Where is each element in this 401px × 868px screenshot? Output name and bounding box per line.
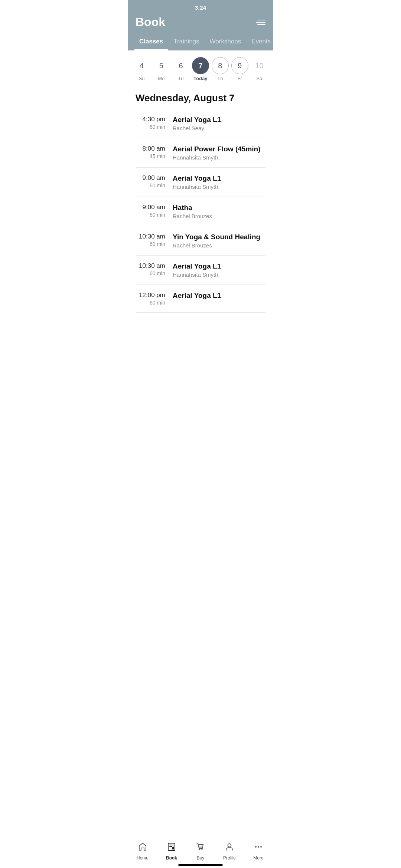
cal-label-8: Th [217, 76, 223, 81]
class-name: Aerial Yoga L1 [173, 174, 265, 183]
bottom-navigation: Home Book Buy [128, 838, 273, 868]
class-name: Aerial Yoga L1 [173, 116, 265, 124]
class-item[interactable]: 9:00 am 60 min Aerial Yoga L1 Hannahsita… [136, 168, 265, 197]
svg-point-3 [202, 849, 203, 850]
cal-label-4: Su [138, 76, 144, 81]
nav-profile-label: Profile [223, 855, 236, 861]
class-item[interactable]: 8:00 am 45 min Aerial Power Flow (45min)… [136, 138, 265, 168]
class-instructor: Rachel Brouzes [173, 213, 265, 219]
class-instructor: Rachel Brouzes [173, 242, 265, 249]
status-time: 3:24 [195, 4, 206, 11]
nav-profile[interactable]: Profile [215, 842, 244, 861]
more-icon [254, 842, 263, 854]
class-item[interactable]: 4:30 pm 60 min Aerial Yoga L1 Rachel Sea… [136, 109, 265, 138]
class-instructor: Hannahsita Smyth [173, 154, 265, 161]
tab-events[interactable]: Events [246, 34, 273, 50]
cal-num-5: 5 [153, 57, 170, 74]
svg-point-6 [258, 846, 259, 848]
date-heading: Wednesday, August 7 [128, 85, 273, 109]
class-item[interactable]: 10:30 am 60 min Aerial Yoga L1 Hannahsit… [136, 256, 265, 285]
svg-rect-0 [168, 843, 175, 851]
class-item[interactable]: 12:00 pm 60 min Aerial Yoga L1 [136, 285, 265, 313]
class-duration: 60 min [136, 124, 165, 130]
nav-book-label: Book [166, 855, 177, 861]
class-time: 9:00 am [136, 174, 165, 182]
svg-point-7 [260, 846, 262, 848]
class-duration: 60 min [136, 241, 165, 247]
class-duration: 45 min [136, 153, 165, 159]
cal-label-9: Fr [238, 76, 242, 81]
cal-label-5: Mo [158, 76, 164, 81]
class-name: Aerial Yoga L1 [173, 292, 265, 300]
class-duration: 60 min [136, 212, 165, 218]
status-bar: 3:24 [128, 0, 273, 12]
class-list: 4:30 pm 60 min Aerial Yoga L1 Rachel Sea… [128, 109, 273, 313]
class-name: Hatha [173, 204, 265, 212]
calendar-day-6[interactable]: 6 Tu [172, 57, 189, 81]
book-icon [167, 842, 176, 854]
nav-book[interactable]: Book [157, 842, 186, 861]
nav-more[interactable]: More [244, 842, 273, 861]
svg-point-2 [199, 849, 200, 850]
calendar-day-8[interactable]: 8 Th [212, 57, 229, 81]
class-instructor: Hannahsita Smyth [173, 184, 265, 190]
nav-more-label: More [253, 855, 263, 861]
buy-icon [196, 842, 205, 854]
tab-workshops[interactable]: Workshops [205, 34, 247, 50]
class-time: 10:30 am [136, 233, 165, 240]
calendar-day-7[interactable]: 7 Today [192, 57, 209, 81]
class-instructor: Rachel Seay [173, 125, 265, 131]
calendar-day-10[interactable]: 10 Sa [251, 57, 268, 81]
tab-trainings[interactable]: Trainings [168, 34, 204, 50]
profile-icon [225, 842, 234, 854]
class-name: Aerial Power Flow (45min) [173, 145, 265, 153]
class-name: Yin Yoga & Sound Healing [173, 233, 265, 241]
class-time: 12:00 pm [136, 292, 165, 299]
cal-label-10: Sa [257, 76, 263, 81]
nav-buy-label: Buy [197, 855, 205, 861]
class-duration: 60 min [136, 300, 165, 306]
tab-classes[interactable]: Classes [134, 34, 168, 50]
svg-point-5 [255, 846, 257, 848]
cal-label-6: Tu [178, 76, 184, 81]
nav-buy[interactable]: Buy [186, 842, 215, 861]
class-time: 10:30 am [136, 262, 165, 270]
cal-num-4: 4 [133, 57, 150, 74]
cal-num-10: 10 [251, 57, 268, 74]
category-tabs: Classes Trainings Workshops Events [128, 34, 273, 50]
class-time: 8:00 am [136, 145, 165, 152]
cal-num-8: 8 [212, 57, 229, 74]
header: 3:24 Book Classes Trainings Workshops Ev… [128, 0, 273, 50]
svg-point-4 [228, 844, 231, 847]
class-instructor: Hannahsita Smyth [173, 272, 265, 278]
cal-label-7: Today [193, 76, 207, 81]
home-icon [138, 842, 147, 854]
cal-num-9: 9 [231, 57, 248, 74]
page-title: Book [136, 15, 165, 29]
calendar-strip: 4 Su 5 Mo 6 Tu 7 Today 8 Th 9 Fr 10 Sa [128, 50, 273, 85]
class-duration: 60 min [136, 183, 165, 188]
calendar-day-5[interactable]: 5 Mo [153, 57, 170, 81]
calendar-day-9[interactable]: 9 Fr [231, 57, 248, 81]
calendar-day-4[interactable]: 4 Su [133, 57, 150, 81]
cal-num-6: 6 [172, 57, 189, 74]
filter-button[interactable] [256, 20, 265, 25]
class-time: 4:30 pm [136, 116, 165, 123]
class-name: Aerial Yoga L1 [173, 262, 265, 270]
class-item[interactable]: 9:00 am 60 min Hatha Rachel Brouzes [136, 197, 265, 226]
nav-home[interactable]: Home [128, 842, 157, 861]
class-item[interactable]: 10:30 am 60 min Yin Yoga & Sound Healing… [136, 226, 265, 256]
cal-num-7: 7 [192, 57, 209, 74]
class-time: 9:00 am [136, 204, 165, 211]
class-duration: 60 min [136, 270, 165, 276]
nav-home-label: Home [137, 855, 149, 861]
home-indicator [178, 864, 223, 866]
